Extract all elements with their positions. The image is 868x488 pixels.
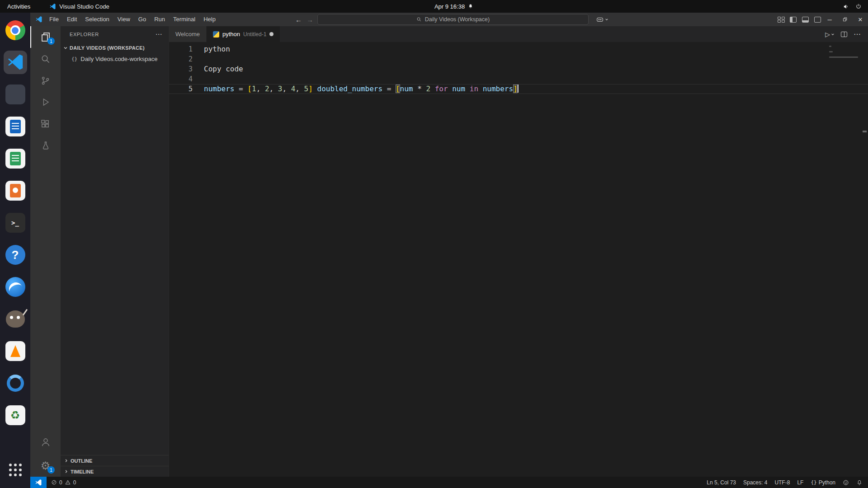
chevron-down-icon [605,18,609,21]
split-editor-icon[interactable] [841,32,847,37]
menu-help[interactable]: Help [199,13,220,26]
focused-window-title: Visual Studio Code [49,3,109,10]
code-line[interactable]: 4 [169,74,868,84]
menu-run[interactable]: Run [150,13,169,26]
dock-item-libreoffice-impress[interactable] [4,179,27,202]
code-line[interactable]: 5numbers = [1, 2, 3, 4, 5] doubled_numbe… [169,84,868,94]
outline-section-header[interactable]: OUTLINE [61,455,169,466]
run-python-button[interactable]: ▷ [825,31,835,38]
source-control-icon [40,75,51,86]
restore-button[interactable] [837,13,853,26]
dock-item-blue-ring-app[interactable] [4,371,27,395]
dock-item-terminal[interactable]: >_ [4,211,27,235]
activity-source-control[interactable] [30,70,61,91]
toggle-secondary-sidebar-icon[interactable] [814,17,821,23]
minimap[interactable] [829,46,861,59]
encoding[interactable]: UTF-8 [774,479,790,486]
vscode-logo-icon [35,16,42,23]
dock-item-recycle-app[interactable]: ♻ [4,404,27,427]
toggle-sidebar-icon[interactable] [790,17,797,23]
sidebar-bottom-sections: OUTLINE TIMELINE [61,455,169,477]
text-cursor [518,84,519,93]
history-navigation: ← → [295,16,313,23]
json-braces-icon: {} [71,56,77,62]
dock-item-vlc[interactable] [4,339,27,363]
feedback-smiley-icon[interactable] [843,479,849,486]
activity-search[interactable] [30,48,61,70]
dock-item-libreoffice-calc[interactable] [4,147,27,170]
editor-actions: ▷ ⋯ [825,26,868,42]
activity-run-debug[interactable] [30,91,61,113]
copilot-button[interactable] [596,14,609,25]
customize-layout-icon[interactable] [778,17,784,23]
menu-go[interactable]: Go [134,13,150,26]
indentation[interactable]: Spaces: 4 [743,479,767,486]
chrome-icon [5,20,25,40]
account-button[interactable] [30,432,61,453]
tab-python-untitled[interactable]: python Untitled-1 [207,26,280,42]
code-line[interactable]: 1python [169,44,868,54]
dock-item-vscode[interactable] [4,51,27,74]
close-button[interactable]: ✕ [853,13,868,26]
toggle-panel-icon[interactable] [802,17,809,23]
dock-item-gimp[interactable] [4,307,27,331]
manage-button[interactable]: ⚙ 1 [30,455,61,477]
overview-ruler-cursor-marker [863,131,867,132]
cursor-position[interactable]: Ln 5, Col 73 [707,479,736,486]
show-applications-button[interactable] [4,458,27,482]
problems-indicator[interactable]: 0 0 [47,479,80,486]
vscode-icon [6,53,24,71]
editor-more-actions-icon[interactable]: ⋯ [854,30,861,38]
minimize-button[interactable]: ─ [822,13,837,26]
menu-selection[interactable]: Selection [81,13,113,26]
back-arrow-icon[interactable]: ← [295,16,302,23]
eol-sequence[interactable]: LF [797,479,803,486]
explorer-sidebar: EXPLORER ⋯ DAILY VIDEOS (WORKSPACE) {} D… [61,26,169,477]
notifications-bell-icon[interactable] [856,479,863,486]
braces-icon: {} [811,479,816,485]
language-mode[interactable]: {} Python [811,479,835,486]
activity-explorer[interactable]: 1 [30,26,61,48]
timeline-section-header[interactable]: TIMELINE [61,466,169,477]
tab-welcome[interactable]: Welcome [169,26,207,42]
dock-item-help[interactable]: ? [4,243,27,267]
line-number: 5 [169,84,193,94]
dock-item-libreoffice-writer[interactable] [4,115,27,138]
gimp-icon [6,310,25,328]
command-center-search[interactable]: Daily Videos (Workspace) [317,14,589,25]
line-number: 3 [169,64,193,74]
terminal-icon: >_ [5,213,25,233]
dock-item-chrome[interactable] [4,19,27,42]
code-line[interactable]: 2 [169,54,868,64]
libreoffice-calc-icon [5,149,25,169]
code-editor[interactable]: 1python23Copy code45numbers = [1, 2, 3, … [169,42,868,477]
error-count: 0 [59,479,62,486]
more-actions-icon[interactable]: ⋯ [155,30,162,38]
forward-arrow-icon[interactable]: → [307,16,313,23]
workspace-section-header[interactable]: DAILY VIDEOS (WORKSPACE) [61,42,169,53]
dock: >_ ? ♻ [0,13,30,488]
activity-testing[interactable] [30,135,61,156]
code-line[interactable]: 3Copy code [169,64,868,74]
file-item-code-workspace[interactable]: {} Daily Videos.code-workspace [61,53,169,64]
vscode-window: File Edit Selection View Go Run Terminal… [30,13,868,488]
modified-dot-icon[interactable] [269,32,274,36]
activities-button[interactable]: Activities [0,0,38,13]
python-file-icon [213,31,219,38]
line-number: 2 [169,54,193,64]
status-bar-right: Ln 5, Col 73 Spaces: 4 UTF-8 LF {} Pytho… [707,479,868,486]
volume-icon [843,3,850,10]
menu-file[interactable]: File [45,13,63,26]
dock-item-thunderbird[interactable] [4,275,27,299]
menu-terminal[interactable]: Terminal [169,13,199,26]
clock[interactable]: Apr 9 16:38 [434,3,473,10]
workbench-main: 1 [30,26,868,477]
editor-group: Welcome python Untitled-1 ▷ ⋯ 1pyth [169,26,868,477]
menu-view[interactable]: View [113,13,134,26]
activity-extensions[interactable] [30,113,61,135]
system-tray[interactable] [843,3,868,10]
remote-indicator[interactable] [30,477,47,488]
menu-edit[interactable]: Edit [63,13,81,26]
libreoffice-writer-icon [5,117,25,136]
dock-item-dark-app[interactable] [4,83,27,106]
